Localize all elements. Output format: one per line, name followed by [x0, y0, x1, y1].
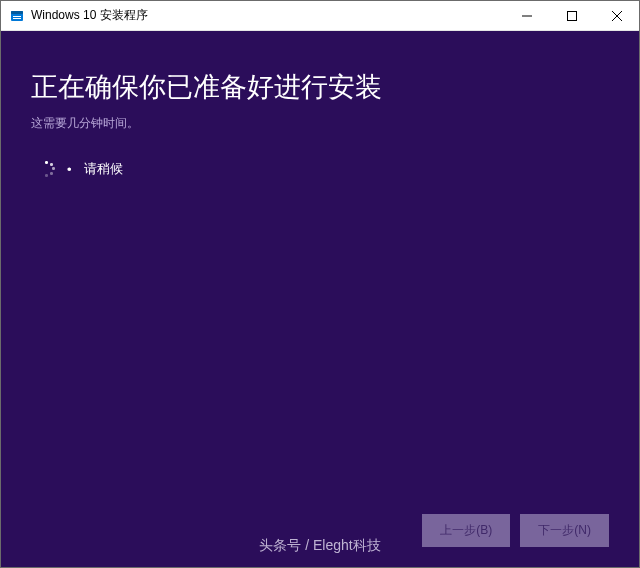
content-area: 正在确保你已准备好进行安装 这需要几分钟时间。 • 请稍候 上一步(B) 下一步…	[1, 31, 639, 567]
installer-window: Windows 10 安装程序 正在确保你已准备好进行安装 这需要几分钟时间。	[0, 0, 640, 568]
back-button[interactable]: 上一步(B)	[422, 514, 510, 547]
window-title: Windows 10 安装程序	[31, 7, 148, 24]
svg-rect-1	[11, 11, 23, 14]
bullet-icon: •	[67, 162, 72, 177]
window-controls	[504, 1, 639, 31]
spinner-icon	[39, 161, 55, 177]
page-subtext: 这需要几分钟时间。	[31, 115, 609, 132]
maximize-button[interactable]	[549, 1, 594, 31]
next-button[interactable]: 下一步(N)	[520, 514, 609, 547]
button-row: 上一步(B) 下一步(N)	[422, 514, 609, 547]
minimize-button[interactable]	[504, 1, 549, 31]
titlebar: Windows 10 安装程序	[1, 1, 639, 31]
page-heading: 正在确保你已准备好进行安装	[31, 69, 609, 105]
svg-rect-2	[13, 16, 21, 17]
svg-rect-3	[13, 18, 21, 19]
app-icon	[9, 8, 25, 24]
loading-label: 请稍候	[84, 160, 123, 178]
close-button[interactable]	[594, 1, 639, 31]
svg-rect-5	[567, 12, 576, 21]
watermark-text: 头条号 / Eleght科技	[259, 537, 380, 555]
loading-indicator: • 请稍候	[39, 160, 609, 178]
